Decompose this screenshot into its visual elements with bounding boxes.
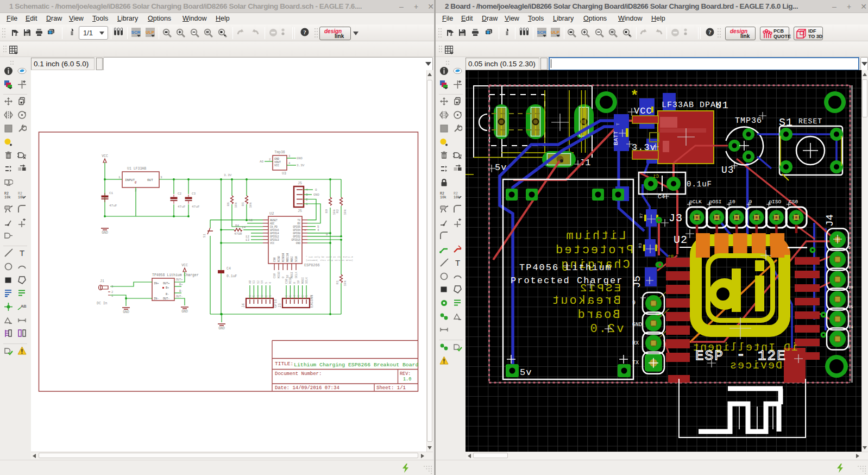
svg-text:IN+: IN+ [154, 282, 159, 285]
svg-text:GND: GND [297, 157, 303, 160]
svg-text:10k: 10k [343, 209, 347, 215]
svg-text:AB: AB [21, 304, 27, 309]
svg-text:GPIO0: GPIO0 [293, 232, 300, 235]
svg-text:SCR: SCR [537, 30, 546, 35]
svg-text:5: 5 [289, 295, 292, 297]
svg-text:GPIO12: GPIO12 [270, 235, 279, 238]
svg-text:R7: R7 [639, 213, 644, 218]
svg-text:U2: U2 [674, 234, 688, 246]
svg-text:10: 10 [729, 199, 735, 205]
svg-text:10k: 10k [249, 202, 253, 208]
svg-text:ADC: ADC [270, 222, 275, 225]
svg-text:3.3V: 3.3V [224, 173, 232, 177]
svg-text:0: 0 [326, 233, 328, 236]
svg-text:47uF: 47uF [109, 204, 117, 208]
svg-text:Breakout: Breakout [550, 294, 621, 308]
svg-text:Protected: Protected [554, 243, 633, 257]
svg-text:6: 6 [285, 295, 288, 297]
svg-text:VCC: VCC [270, 242, 275, 245]
svg-text:15: 15 [848, 304, 853, 309]
svg-text:10k: 10k [343, 280, 347, 286]
svg-text:*: * [632, 86, 638, 103]
svg-text:U1: U1 [715, 99, 729, 111]
svg-text:T: T [455, 258, 460, 267]
svg-text:ULP: ULP [551, 30, 560, 35]
svg-text:10k: 10k [18, 196, 24, 199]
svg-text:* Can only be used on the ESP1: * Can only be used on the ESP12-E [306, 255, 353, 258]
svg-text:2: 2 [111, 290, 113, 294]
svg-text:MISO: MISO [278, 272, 281, 278]
svg-text:R2: R2 [4, 192, 9, 196]
svg-text:CS0: CS0 [789, 199, 798, 205]
svg-text:3: 3 [297, 295, 300, 297]
svg-text:2: 2 [301, 295, 305, 297]
svg-text:OUT+: OUT+ [176, 278, 183, 282]
svg-text:TITLE:: TITLE: [275, 361, 293, 367]
svg-text:?: ? [708, 29, 712, 35]
svg-text:SCLK: SCLK [305, 277, 309, 284]
svg-text:MISO: MISO [289, 277, 292, 284]
svg-text:10: 10 [297, 280, 300, 284]
svg-text:SCLK: SCLK [295, 272, 298, 278]
svg-text:CS0: CS0 [273, 258, 276, 262]
svg-text:OUT+: OUT+ [163, 282, 169, 285]
svg-text:OUT-: OUT- [163, 297, 169, 301]
svg-text:0.1uF: 0.1uF [227, 274, 237, 278]
svg-text:5: 5 [265, 282, 268, 284]
svg-text:T: T [20, 248, 24, 258]
svg-text:1.0: 1.0 [403, 377, 411, 382]
svg-text:1: 1 [269, 295, 272, 297]
svg-text:S1: S1 [203, 234, 206, 238]
svg-text:R-: R- [166, 293, 169, 296]
svg-text:6: 6 [848, 245, 851, 250]
svg-text:OUT: OUT [147, 178, 153, 182]
svg-text:2: 2 [265, 295, 268, 297]
svg-text:9: 9 [749, 199, 752, 205]
svg-text:13: 13 [246, 238, 250, 242]
svg-text:TMP36: TMP36 [735, 116, 762, 126]
svg-text:CS0: CS0 [285, 279, 288, 284]
svg-text:VCC: VCC [181, 264, 188, 267]
svg-text:GPIO16: GPIO16 [270, 229, 279, 232]
svg-text:(Unnamed, this chip version GP: (Unnamed, this chip version GPIO) [306, 259, 353, 261]
svg-text:T: T [615, 123, 620, 126]
svg-text:10: 10 [848, 285, 853, 290]
svg-text:10k: 10k [454, 196, 460, 199]
svg-text:8: 8 [848, 345, 851, 349]
svg-text:14: 14 [261, 280, 264, 284]
svg-text:R5: R5 [241, 202, 245, 207]
svg-text:R2: R2 [336, 209, 339, 214]
svg-text:ULP: ULP [146, 30, 155, 35]
svg-text:Board: Board [576, 308, 620, 322]
svg-text:GND: GND [181, 310, 188, 314]
svg-text:VCC: VCC [634, 106, 652, 116]
svg-text:B+: B+ [179, 283, 183, 286]
svg-text:EXCONN: EXCONN [310, 295, 314, 308]
svg-text:0.1uF: 0.1uF [687, 180, 712, 189]
svg-text:R2: R2 [18, 192, 22, 196]
svg-text:J5: J5 [298, 182, 302, 185]
svg-text:R6: R6 [227, 202, 230, 207]
svg-text:TP4056 Lithium Charger: TP4056 Lithium Charger [152, 273, 199, 277]
svg-text:47uF: 47uF [192, 205, 200, 209]
svg-text:C1: C1 [109, 191, 114, 195]
svg-text:C4: C4 [227, 267, 231, 271]
svg-text:pISO: pISO [769, 199, 781, 205]
svg-text:LF33AB DPAK: LF33AB DPAK [662, 101, 721, 110]
svg-text:-: - [737, 347, 745, 363]
svg-text:GPIO4: GPIO4 [293, 229, 300, 232]
svg-text:VCC: VCC [102, 154, 108, 158]
svg-text:J5: J5 [298, 209, 302, 213]
svg-text:U3: U3 [282, 172, 286, 176]
svg-text:GPIO14: GPIO14 [270, 232, 279, 235]
svg-text:IN-: IN- [154, 297, 159, 301]
svg-text:12: 12 [257, 280, 260, 284]
svg-text:GPIO2: GPIO2 [293, 235, 300, 238]
svg-text:1: 1 [118, 176, 121, 179]
svg-text:B-: B- [179, 289, 183, 293]
svg-text:R4: R4 [235, 224, 240, 228]
svg-text:14: 14 [848, 324, 853, 329]
svg-text:Lithium: Lithium [564, 229, 626, 243]
svg-text:3: 3 [288, 154, 290, 158]
svg-text:Tmp36: Tmp36 [274, 151, 285, 154]
